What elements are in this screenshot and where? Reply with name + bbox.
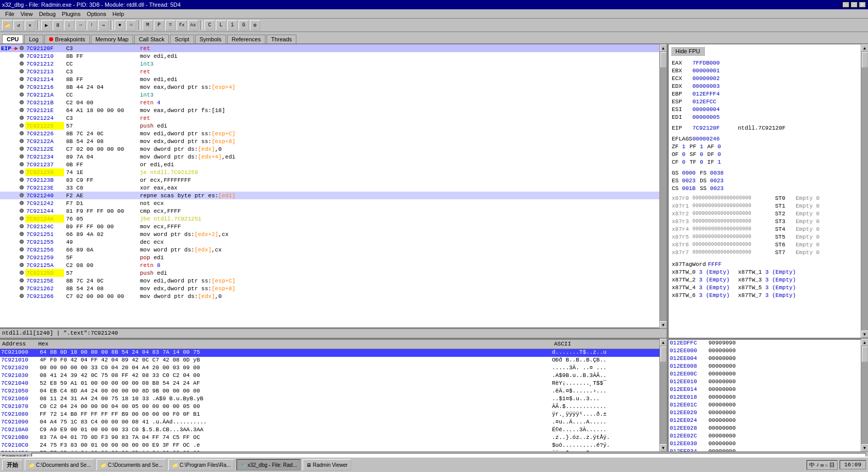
list-item[interactable]: 7C92103008 41 24 39 42 0C 75 08 FF 42 08…	[0, 372, 659, 380]
menu-plugins[interactable]: Plugins	[59, 10, 84, 17]
hex-scroll-track[interactable]	[660, 346, 667, 444]
disasm-bp[interactable]	[19, 238, 25, 246]
table-row[interactable]: 7C9212268B 7C 24 0Cmov edi,dword ptr ss:…	[0, 130, 659, 137]
reg-scroll-up[interactable]: ▲	[861, 44, 869, 52]
disasm-bp[interactable]	[19, 168, 25, 176]
list-item[interactable]: 7C9210104F F0 F0 42 04 FF 42 04 89 42 0C…	[0, 357, 659, 365]
hex-area[interactable]: Address Hex ASCII 7C92100064 8B 0D 18 00…	[0, 339, 659, 451]
list-item[interactable]: 7C9210A0C9 A9 E9 00 01 00 00 00 33 C0 $.…	[0, 427, 659, 434]
list-item[interactable]: 7C92106008 11 24 31 A4 24 00 75 18 10 33…	[0, 396, 659, 403]
table-row[interactable]: 7C9212595Fpop edi	[0, 254, 659, 261]
reg-scroll-thumb[interactable]	[862, 52, 868, 68]
list-item[interactable]: 7C9210C024 75 F3 83 00 01 00 00 00 00 00…	[0, 442, 659, 450]
disasm-bp[interactable]	[19, 145, 25, 153]
maximize-button[interactable]: □	[850, 2, 858, 8]
table-row[interactable]: EIP→►7C92120FC3ret	[0, 44, 659, 52]
table-row[interactable]: 7C92121BC2 04 00retn 4	[0, 99, 659, 106]
disasm-bp[interactable]	[19, 215, 25, 223]
disasm-bp[interactable]	[19, 91, 25, 99]
disasm-bp[interactable]	[19, 292, 25, 300]
stack-scroll-track[interactable]	[861, 346, 869, 444]
tb-run-to-cursor[interactable]: ⇒	[98, 20, 108, 30]
tb-pause[interactable]: ⏸	[53, 20, 63, 30]
tb-calc[interactable]: =	[165, 20, 176, 30]
table-row[interactable]: 7C92123E33 C0xor eax,eax	[0, 184, 659, 192]
scroll-up-button[interactable]: ▲	[660, 44, 667, 52]
tab-memory-map[interactable]: Memory Map	[91, 35, 133, 43]
disasm-bp[interactable]	[19, 114, 25, 122]
table-row[interactable]: 7C92125AC2 08 00retn 8	[0, 261, 659, 269]
reg-ebp-val[interactable]: 012EFFF4	[692, 91, 734, 97]
disasm-area[interactable]: EIP→►7C92120FC3ret 7C9212108B FFmov edi,…	[0, 44, 659, 328]
disasm-bp[interactable]	[19, 254, 25, 261]
hex-scrollbar[interactable]: ▲ ▼	[659, 339, 667, 451]
table-row[interactable]: 7C92123489 7A 04mov dword ptr ds:[edx+4]…	[0, 153, 659, 161]
tb-step-out[interactable]: ↑	[87, 20, 97, 30]
hex-scroll-up[interactable]: ▲	[660, 339, 667, 346]
table-row[interactable]: 7C92125D57push edi	[0, 269, 659, 277]
disasm-bp[interactable]	[19, 223, 25, 230]
tb-breakpoint[interactable]: ●	[115, 20, 125, 30]
table-row[interactable]: 7C92125666 89 0Amov word ptr ds:[edx],cx	[0, 246, 659, 254]
tb-settings[interactable]: ⚙	[250, 20, 260, 30]
table-row[interactable]: 7C921242F7 D1not ecx	[0, 199, 659, 207]
table-row[interactable]: 7C921266C7 02 00 00 00 00mov dword ptr d…	[0, 292, 659, 300]
list-item[interactable]: 012EE02000000000	[669, 410, 861, 417]
disasm-bp[interactable]	[19, 52, 25, 60]
list-item[interactable]: 012EE00400000000	[669, 355, 861, 363]
list-item[interactable]: 012EE00000000000	[669, 348, 861, 355]
reg-ecx-val[interactable]: 00000002	[692, 75, 734, 82]
table-row[interactable]: 7C92121E64 A1 18 00 00 00mov eax,dword p…	[0, 106, 659, 114]
tb-fx[interactable]: fx	[177, 20, 187, 30]
taskbar-item-0[interactable]: 📁 C:\Documents and Se...	[25, 459, 94, 470]
tab-symbols[interactable]: Symbols	[195, 35, 226, 43]
reg-eax-val[interactable]: 7FFDB000	[692, 60, 734, 66]
disasm-bp[interactable]	[19, 44, 25, 52]
tb-log[interactable]: L	[216, 20, 226, 30]
list-item[interactable]: 012EE02C00000000	[669, 433, 861, 440]
minimize-button[interactable]: —	[842, 2, 849, 8]
table-row[interactable]: 7C92125166 89 4A 02mov word ptr ds:[edx+…	[0, 230, 659, 238]
menu-view[interactable]: View	[18, 10, 36, 17]
list-item[interactable]: 7C921070C0 C2 04 24 00 00 00 04 00 05 00…	[0, 403, 659, 411]
disasm-bp[interactable]	[19, 277, 25, 285]
disasm-bp[interactable]	[19, 199, 25, 207]
start-button[interactable]: 开始	[2, 460, 23, 470]
list-item[interactable]: 7C92100064 8B 0D 18 00 00 00 8B 54 24 04…	[0, 349, 659, 357]
list-item[interactable]: 7C9210B083 7A 04 01 7D 0D F3 90 83 7A 04…	[0, 434, 659, 442]
list-item[interactable]: 012EE03000000000	[669, 440, 861, 448]
menu-help[interactable]: Help	[109, 10, 128, 17]
tb-info[interactable]: i	[227, 20, 238, 30]
scroll-down-button[interactable]: ▼	[660, 321, 667, 328]
disasm-bp[interactable]	[19, 153, 25, 161]
disasm-bp[interactable]	[19, 130, 25, 137]
disasm-bp[interactable]	[19, 285, 25, 292]
disasm-bp[interactable]	[19, 68, 25, 75]
table-row[interactable]: 7C92121ACCint3	[0, 91, 659, 99]
tab-cpu[interactable]: CPU	[2, 35, 23, 43]
disasm-bp[interactable]	[19, 137, 25, 145]
stack-scroll-down[interactable]: ▼	[861, 444, 869, 451]
table-row[interactable]: 7C921212CCint3	[0, 60, 659, 68]
stack-scroll-thumb[interactable]	[862, 347, 868, 362]
taskbar-item-1[interactable]: 📁 C:\Documents and Se...	[97, 459, 166, 470]
list-item[interactable]: 012EE01400000000	[669, 386, 861, 394]
list-item[interactable]: 012EE01000000000	[669, 379, 861, 386]
list-item[interactable]: 012EE01800000000	[669, 394, 861, 402]
table-row[interactable]: 7C921224C3ret	[0, 114, 659, 122]
hex-scroll-thumb[interactable]	[660, 347, 667, 362]
reg-scroll-down[interactable]: ▼	[861, 331, 869, 338]
reg-scrollbar[interactable]: ▲ ▼	[861, 44, 868, 338]
tab-script[interactable]: Script	[170, 35, 194, 43]
list-item[interactable]: 012EE01C00000000	[669, 402, 861, 410]
close-button[interactable]: ✕	[859, 2, 866, 8]
list-item[interactable]: 7C92104052 E8 59 A1 01 00 00 00 00 00 08…	[0, 380, 659, 388]
disasm-bp[interactable]	[19, 75, 25, 83]
list-item[interactable]: 012EE02800000000	[669, 425, 861, 433]
reg-eflags-val[interactable]: 00000246	[692, 136, 734, 142]
tab-threads[interactable]: Threads	[266, 35, 296, 43]
disasm-bp[interactable]	[19, 161, 25, 168]
hex-scroll-down[interactable]: ▼	[660, 444, 667, 451]
table-row[interactable]: 7C92122EC7 02 00 00 00 00mov dword ptr d…	[0, 145, 659, 153]
stack-scroll-up[interactable]: ▲	[861, 339, 869, 346]
